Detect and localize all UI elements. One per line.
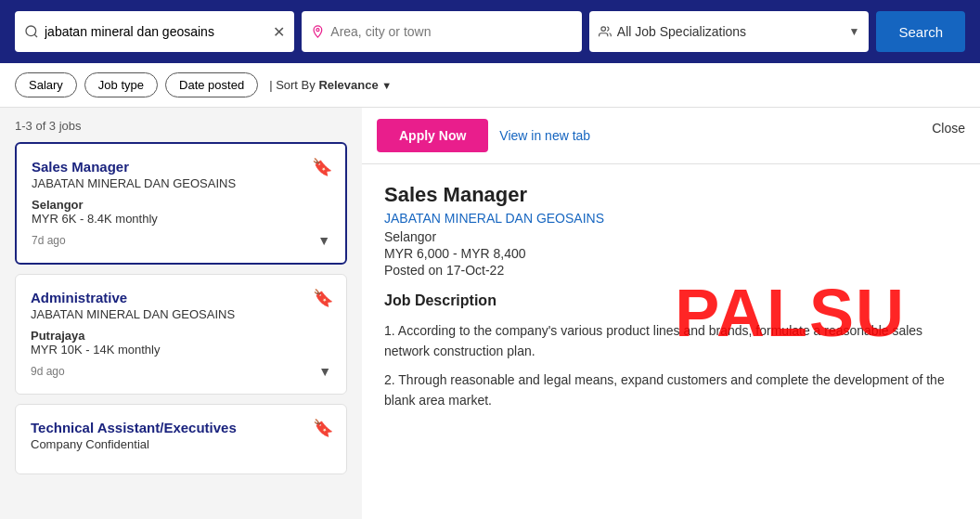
search-input-wrapper: ✕ [15,11,294,52]
detail-location: Selangor [384,229,958,244]
people-icon [599,24,612,39]
view-in-new-tab-link[interactable]: View in new tab [499,128,590,143]
apply-now-button[interactable]: Apply Now [377,119,488,152]
chevron-down-icon: ▼ [849,25,860,38]
job-card-3-company: Company Confidential [31,437,331,451]
search-icon [24,24,39,39]
specialization-select[interactable]: All Job Specializations [617,24,844,39]
job-desc-title: Job Description [384,292,958,309]
salary-filter-button[interactable]: Salary [15,72,77,97]
job-card-1-expand-button[interactable]: ▼ [317,233,330,248]
right-panel: Apply Now View in new tab Close Sales Ma… [362,108,980,519]
job-card-1[interactable]: Sales Manager JABATAN MINERAL DAN GEOSAI… [15,142,347,265]
main-content: 1-3 of 3 jobs Sales Manager JABATAN MINE… [0,108,980,519]
svg-point-0 [26,26,36,36]
detail-job-title: Sales Manager [384,183,958,207]
close-button[interactable]: Close [932,121,965,136]
right-panel-body: Sales Manager JABATAN MINERAL DAN GEOSAI… [362,164,980,437]
detail-salary: MYR 6,000 - MYR 8,400 [384,246,958,261]
search-input[interactable] [45,24,267,39]
job-card-1-footer: 7d ago ▼ [32,233,330,248]
svg-point-2 [316,29,319,32]
filter-bar: Salary Job type Date posted | Sort By Re… [0,63,980,108]
job-card-3-title: Technical Assistant/Executives [31,420,331,435]
search-button[interactable]: Search [876,11,965,52]
job-card-1-bookmark-button[interactable]: 🔖 [312,157,332,177]
job-card-2-location: Putrajaya [31,329,331,343]
job-card-2-bookmark-button[interactable]: 🔖 [313,288,333,308]
clear-search-button[interactable]: ✕ [273,23,285,41]
left-panel: 1-3 of 3 jobs Sales Manager JABATAN MINE… [0,108,362,519]
job-card-1-age: 7d ago [32,234,66,247]
job-card-1-salary: MYR 6K - 8.4K monthly [32,212,330,226]
svg-line-1 [34,34,37,37]
job-type-filter-button[interactable]: Job type [84,72,158,97]
job-card-3-bookmark-button[interactable]: 🔖 [313,418,333,438]
job-card-2-footer: 9d ago ▼ [31,364,331,379]
detail-company: JABATAN MINERAL DAN GEOSAINS [384,211,958,226]
job-card-2[interactable]: Administrative JABATAN MINERAL DAN GEOSA… [15,274,347,395]
location-input[interactable] [330,24,573,39]
job-desc-line-2: 2. Through reasonable and legal means, e… [384,370,958,411]
job-card-2-title: Administrative [31,290,331,305]
job-card-1-company: JABATAN MINERAL DAN GEOSAINS [32,176,330,190]
job-card-1-title: Sales Manager [32,159,330,175]
job-card-1-location: Selangor [32,198,330,212]
job-card-3[interactable]: Technical Assistant/Executives Company C… [15,404,347,474]
results-count: 1-3 of 3 jobs [15,119,347,133]
job-card-2-age: 9d ago [31,365,65,378]
date-posted-filter-button[interactable]: Date posted [165,72,258,97]
job-desc-line-1: 1. According to the company's various pr… [384,320,958,362]
location-icon [311,24,325,39]
sort-chevron-icon: ▼ [381,80,392,91]
sort-label: | Sort By Relevance ▼ [269,78,392,92]
right-panel-header: Apply Now View in new tab Close [362,108,980,164]
job-card-2-salary: MYR 10K - 14K monthly [31,343,331,357]
detail-posted-date: Posted on 17-Oct-22 [384,263,958,278]
specialization-wrapper[interactable]: All Job Specializations ▼ [589,11,869,52]
svg-point-3 [601,27,606,32]
location-wrapper [302,11,581,52]
job-card-2-expand-button[interactable]: ▼ [318,364,331,379]
search-bar: ✕ All Job Specializations ▼ Search [0,0,980,63]
job-card-2-company: JABATAN MINERAL DAN GEOSAINS [31,307,331,321]
